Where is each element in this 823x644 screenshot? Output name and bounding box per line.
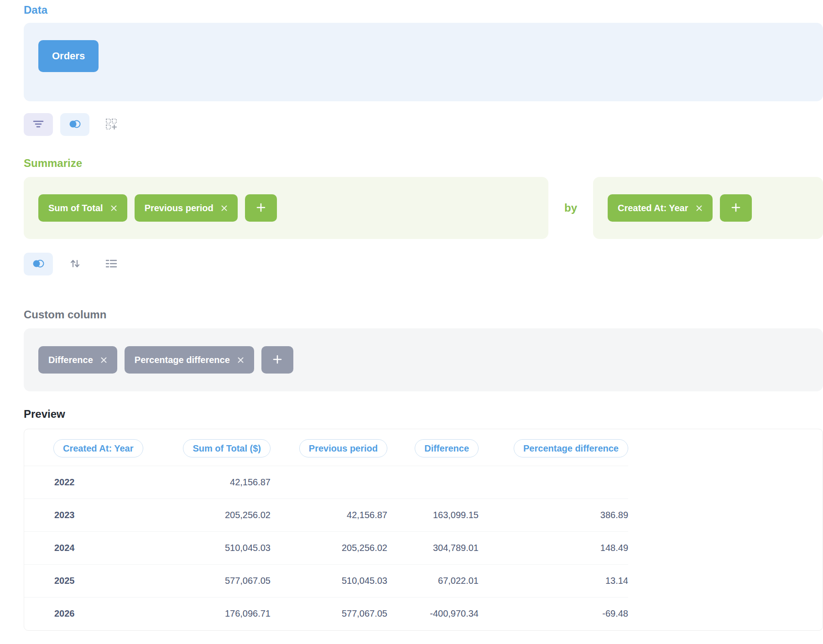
close-icon[interactable] [221,205,228,212]
cell-percentage-difference: -69.48 [479,597,628,630]
preview-section-label: Preview [24,408,823,421]
by-label: by [548,202,593,214]
custom-column-pill-difference[interactable]: Difference [38,346,117,374]
cell-difference: 163,099.15 [387,499,479,532]
custom-column-pill-percentage-difference[interactable]: Percentage difference [125,346,254,374]
table-row: 2024 510,045.03 205,256.02 304,789.01 14… [24,532,823,565]
list-icon [105,259,117,270]
cell-difference: -400,970.34 [387,597,479,630]
close-icon[interactable] [237,357,244,364]
column-header-sum-of-total[interactable]: Sum of Total ($) [183,439,271,457]
table-row: 2023 205,256.02 42,156.87 163,099.15 386… [24,499,823,532]
summarize-section-label: Summarize [24,157,823,170]
summarize-step-row: Sum of Total Previous period [24,177,823,239]
table-row: 2026 176,096.71 577,067.05 -400,970.34 -… [24,597,823,630]
grid-plus-icon [105,118,117,131]
row-limit-button[interactable] [102,253,120,275]
cell-year: 2022 [24,466,175,499]
data-table-button[interactable]: Orders [38,40,99,72]
header-row: Created At: Year Sum of Total ($) Previo… [24,429,823,466]
cell-percentage-difference [479,466,628,499]
cell-percentage-difference: 148.49 [479,532,628,565]
cell-year: 2026 [24,597,175,630]
cell-sum-of-total: 510,045.03 [175,532,271,565]
cell-sum-of-total: 176,096.71 [175,597,271,630]
summarize-step-actions [24,253,823,275]
cell-percentage-difference: 13.14 [479,565,628,597]
cell-difference [387,466,479,499]
plus-icon [272,354,283,366]
data-step-actions [24,113,823,136]
cell-difference: 67,022.01 [387,565,479,597]
aggregation-pill-label: Sum of Total [48,203,103,213]
data-section-label: Data [24,4,823,16]
cell-sum-of-total: 42,156.87 [175,466,271,499]
table-row: 2022 42,156.87 [24,466,823,499]
join-icon [68,119,81,130]
aggregation-pill-previous-period[interactable]: Previous period [135,194,238,222]
aggregations-panel: Sum of Total Previous period [24,177,548,239]
cell-year: 2024 [24,532,175,565]
data-step-panel: Orders [24,23,823,101]
close-icon[interactable] [110,205,117,212]
filter-icon [32,119,44,130]
aggregation-pill-label: Previous period [145,203,214,213]
cell-sum-of-total: 205,256.02 [175,499,271,532]
sort-button[interactable] [66,253,84,275]
plus-icon [730,202,741,214]
sort-icon [68,258,81,270]
cell-previous-period: 42,156.87 [271,499,387,532]
preview-table-card: Created At: Year Sum of Total ($) Previo… [24,429,823,631]
cell-previous-period: 205,256.02 [271,532,387,565]
query-builder: Data Orders [0,4,823,631]
breakouts-panel: Created At: Year [593,177,823,239]
custom-column-pill-label: Percentage difference [135,355,230,365]
column-header-created-at-year[interactable]: Created At: Year [53,439,143,457]
add-breakout-button[interactable] [720,194,752,222]
column-header-difference[interactable]: Difference [415,439,479,457]
join-icon [32,259,45,270]
plus-icon [255,202,266,214]
join-button[interactable] [24,253,53,275]
close-icon[interactable] [100,357,107,364]
cell-difference: 304,789.01 [387,532,479,565]
column-header-percentage-difference[interactable]: Percentage difference [514,439,628,457]
cell-sum-of-total: 577,067.05 [175,565,271,597]
custom-column-pill-label: Difference [48,355,93,365]
custom-column-section-label: Custom column [24,308,823,321]
cell-previous-period: 510,045.03 [271,565,387,597]
cell-year: 2025 [24,565,175,597]
cell-previous-period [271,466,387,499]
column-header-previous-period[interactable]: Previous period [299,439,387,457]
breakout-pill-created-at-year[interactable]: Created At: Year [608,194,713,222]
custom-column-panel: Difference Percentage difference [24,328,823,391]
cell-year: 2023 [24,499,175,532]
table-row: 2025 577,067.05 510,045.03 67,022.01 13.… [24,565,823,597]
add-custom-column-button[interactable] [261,346,293,374]
aggregation-pill-sum-of-total[interactable]: Sum of Total [38,194,127,222]
filter-button[interactable] [24,113,53,136]
close-icon[interactable] [696,205,703,212]
join-button[interactable] [60,113,89,136]
cell-previous-period: 577,067.05 [271,597,387,630]
add-aggregation-button[interactable] [245,194,277,222]
preview-table: Created At: Year Sum of Total ($) Previo… [24,429,823,630]
cell-percentage-difference: 386.89 [479,499,628,532]
breakout-pill-label: Created At: Year [618,203,688,213]
custom-column-button[interactable] [102,113,120,136]
